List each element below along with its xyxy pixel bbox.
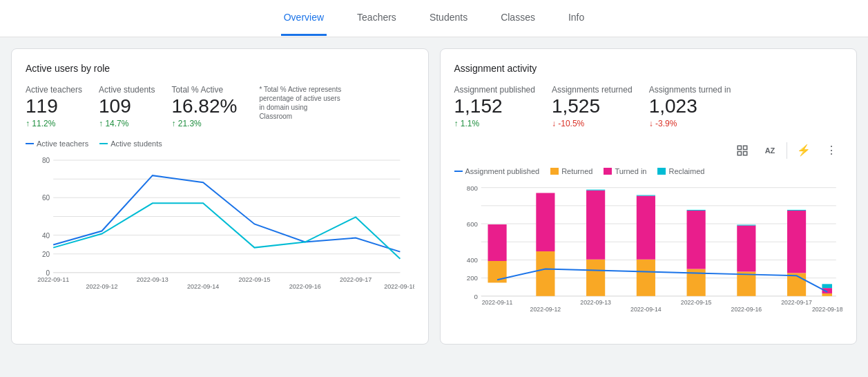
- legend-published-icon: [454, 171, 463, 172]
- left-card-title: Active users by role: [26, 63, 414, 74]
- active-users-card: Active users by role Active teachers 119…: [11, 48, 429, 345]
- legend-teachers: Active teachers: [26, 139, 88, 148]
- nav-classes[interactable]: Classes: [498, 1, 538, 36]
- assignments-turned-in-stat: Assignments turned in 1,023 ↓ -3.9%: [649, 85, 731, 128]
- bar-turned-in-4: [636, 195, 655, 259]
- legend-returned: Returned: [550, 167, 592, 175]
- sort-az-label: AZ: [765, 146, 775, 155]
- svg-text:2022-09-15: 2022-09-15: [680, 299, 711, 306]
- assignment-published-change: ↑ 1.1%: [454, 119, 535, 128]
- bolt-icon: ⚡: [797, 144, 811, 157]
- top-nav: Overview Teachers Students Classes Info: [0, 0, 868, 37]
- legend-returned-label: Returned: [561, 167, 592, 175]
- total-percent-change: ↑ 21.3%: [171, 119, 237, 128]
- svg-text:2022-09-13: 2022-09-13: [580, 299, 611, 306]
- legend-teachers-label: Active teachers: [37, 139, 88, 148]
- legend-published-label: Assignment published: [465, 167, 540, 175]
- left-chart-container: 80 60 40 20 0 2022-09-11 2022-09-12 2022…: [26, 153, 414, 308]
- total-percent-label: Total % Active: [171, 85, 237, 95]
- svg-text:2022-09-18: 2022-09-18: [811, 306, 842, 313]
- stat-note: * Total % Active represents percentage o…: [259, 85, 342, 121]
- svg-rect-24: [744, 151, 747, 155]
- legend-students-icon: [99, 143, 108, 144]
- assignment-activity-card: Assignment activity Assignment published…: [440, 48, 858, 345]
- active-students-change: ↑ 14.7%: [99, 119, 155, 128]
- svg-text:2022-09-12: 2022-09-12: [86, 283, 117, 290]
- svg-text:2022-09-15: 2022-09-15: [238, 276, 270, 283]
- assignment-published-value: 1,152: [454, 96, 535, 117]
- right-chart-container: 800 600 400 200 0: [454, 181, 843, 330]
- right-card-title: Assignment activity: [454, 63, 537, 74]
- nav-overview[interactable]: Overview: [281, 1, 327, 36]
- legend-turned-in-label: Turned in: [615, 167, 646, 175]
- grid-view-button[interactable]: [731, 139, 753, 162]
- chart-actions: AZ ⚡ ⋮: [454, 139, 843, 162]
- svg-text:2022-09-11: 2022-09-11: [37, 276, 69, 283]
- assignment-published-label: Assignment published: [454, 85, 535, 95]
- legend-students: Active students: [99, 139, 162, 148]
- legend-students-label: Active students: [110, 139, 162, 148]
- legend-reclaimed-label: Reclaimed: [668, 167, 704, 175]
- sort-az-button[interactable]: AZ: [759, 139, 781, 162]
- svg-text:20: 20: [42, 250, 50, 258]
- bar-reclaimed-5: [686, 210, 705, 211]
- right-chart: 800 600 400 200 0: [454, 181, 843, 328]
- svg-text:2022-09-18: 2022-09-18: [384, 283, 414, 290]
- bar-reclaimed-4: [636, 195, 655, 195]
- svg-rect-23: [737, 151, 741, 155]
- bar-turned-in-6: [737, 225, 755, 271]
- svg-text:2022-09-16: 2022-09-16: [731, 306, 762, 313]
- bar-reclaimed-8: [822, 284, 832, 288]
- total-percent-value: 16.82%: [171, 96, 237, 117]
- bar-reclaimed-7: [787, 210, 806, 211]
- bar-turned-in-1: [488, 224, 506, 261]
- active-teachers-change: ↑ 11.2%: [26, 119, 82, 128]
- bar-turned-in-3: [586, 190, 605, 259]
- legend-turned-in: Turned in: [604, 167, 646, 175]
- assignments-returned-value: 1,525: [552, 96, 633, 117]
- bar-reclaimed-6: [737, 224, 755, 225]
- right-chart-legend: Assignment published Returned Turned in …: [454, 167, 843, 175]
- assignment-published-stat: Assignment published 1,152 ↑ 1.1%: [454, 85, 535, 128]
- bar-returned-8: [822, 293, 832, 296]
- svg-text:2022-09-17: 2022-09-17: [781, 299, 812, 306]
- bar-turned-in-5: [686, 211, 705, 269]
- active-students-stat: Active students 109 ↑ 14.7%: [99, 85, 155, 128]
- assignments-returned-change: ↓ -10.5%: [552, 119, 633, 128]
- assignments-turned-in-change: ↓ -3.9%: [649, 119, 731, 128]
- assignments-turned-in-value: 1,023: [649, 96, 731, 117]
- legend-turned-in-icon: [604, 168, 612, 175]
- bar-returned-6: [737, 271, 755, 296]
- bar-reclaimed-3: [586, 189, 605, 190]
- active-students-label: Active students: [99, 85, 155, 95]
- legend-returned-icon: [550, 168, 559, 175]
- svg-text:2022-09-11: 2022-09-11: [481, 299, 512, 306]
- legend-teachers-icon: [26, 143, 34, 144]
- active-teachers-stat: Active teachers 119 ↑ 11.2%: [26, 85, 82, 128]
- svg-text:2022-09-12: 2022-09-12: [530, 306, 561, 313]
- svg-text:2022-09-14: 2022-09-14: [187, 283, 219, 290]
- legend-reclaimed: Reclaimed: [657, 167, 704, 175]
- svg-text:800: 800: [466, 184, 478, 191]
- svg-text:2022-09-14: 2022-09-14: [630, 306, 662, 313]
- svg-rect-21: [737, 146, 741, 149]
- svg-text:200: 200: [466, 274, 478, 282]
- svg-text:60: 60: [42, 194, 50, 202]
- more-button[interactable]: ⋮: [820, 139, 842, 162]
- more-icon: ⋮: [826, 144, 837, 157]
- active-teachers-value: 119: [26, 96, 82, 117]
- bolt-button[interactable]: ⚡: [793, 139, 815, 162]
- svg-text:2022-09-13: 2022-09-13: [137, 276, 168, 283]
- svg-text:600: 600: [466, 220, 478, 228]
- total-percent-stat: Total % Active 16.82% ↑ 21.3%: [171, 85, 237, 128]
- bar-turned-in-7: [787, 211, 806, 273]
- left-chart-legend: Active teachers Active students: [26, 139, 414, 148]
- svg-text:2022-09-16: 2022-09-16: [289, 283, 321, 290]
- bar-turned-in-8: [822, 288, 832, 293]
- svg-rect-22: [744, 146, 747, 149]
- nav-students[interactable]: Students: [427, 1, 470, 36]
- bar-returned-4: [636, 260, 655, 296]
- nav-teachers[interactable]: Teachers: [354, 1, 399, 36]
- nav-info[interactable]: Info: [566, 1, 587, 36]
- svg-text:0: 0: [474, 292, 478, 300]
